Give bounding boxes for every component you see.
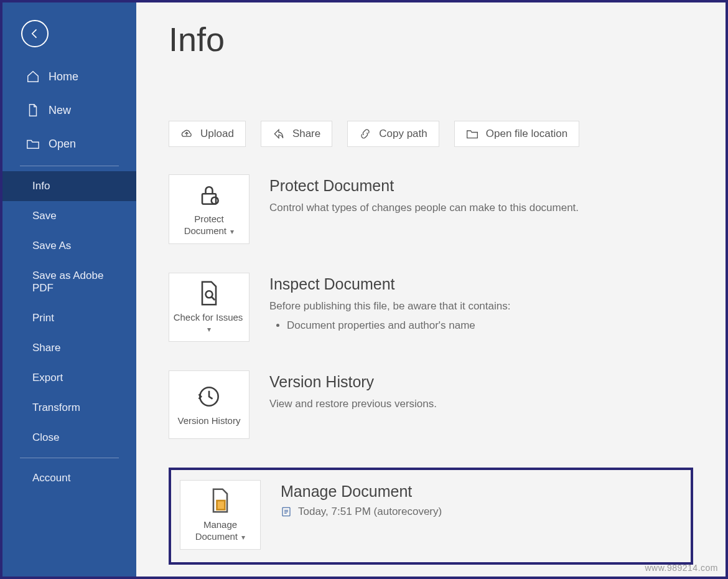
sidebar-divider: [20, 166, 119, 166]
button-label: Open file location: [486, 128, 567, 140]
sidebar-item-label: Save As: [32, 240, 71, 252]
share-icon: [273, 128, 285, 140]
inspect-icon: [195, 280, 223, 307]
protect-document-tile[interactable]: Protect Document ▾: [169, 174, 250, 244]
tile-label: Check for Issues ▾: [173, 312, 245, 336]
sidebar-item-label: Home: [49, 70, 78, 83]
sidebar-item-transform[interactable]: Transform: [2, 393, 136, 423]
check-for-issues-tile[interactable]: Check for Issues ▾: [169, 273, 250, 342]
section-version-history: Version History Version History View and…: [169, 370, 693, 439]
sidebar-item-label: Print: [32, 312, 54, 324]
home-icon: [26, 70, 40, 83]
upload-icon: [180, 128, 193, 140]
tile-label: Manage Document ▾: [184, 519, 256, 543]
watermark: www.989214.com: [645, 563, 718, 573]
section-title: Inspect Document: [269, 275, 693, 293]
button-label: Upload: [200, 128, 234, 140]
section-protect-document: Protect Document ▾ Protect Document Cont…: [169, 174, 693, 244]
sidebar-item-save-as[interactable]: Save As: [2, 231, 136, 261]
open-file-location-button[interactable]: Open file location: [454, 121, 579, 147]
section-inspect-document: Check for Issues ▾ Inspect Document Befo…: [169, 273, 693, 342]
sidebar-item-account[interactable]: Account: [2, 463, 136, 493]
section-desc: View and restore previous versions.: [269, 396, 693, 412]
tile-label: Version History: [178, 415, 241, 427]
page-title: Info: [169, 20, 693, 59]
sidebar-item-open[interactable]: Open: [2, 127, 136, 161]
sidebar-item-save-adobe-pdf[interactable]: Save as Adobe PDF: [2, 261, 136, 303]
upload-button[interactable]: Upload: [169, 121, 246, 147]
svg-rect-0: [202, 194, 216, 204]
chevron-down-icon: ▾: [228, 227, 234, 236]
share-button[interactable]: Share: [261, 121, 332, 147]
sidebar-item-label: Share: [32, 342, 60, 354]
button-label: Share: [292, 128, 320, 140]
sidebar-item-label: Close: [32, 431, 59, 444]
svg-point-1: [212, 197, 218, 204]
chevron-down-icon: ▾: [207, 325, 211, 334]
copy-path-button[interactable]: Copy path: [347, 121, 439, 147]
manage-document-highlight: Manage Document ▾ Manage Document Today,…: [169, 468, 693, 565]
inspect-bullet: Document properties and author's name: [287, 318, 693, 334]
section-title: Version History: [269, 373, 693, 391]
info-panel: Info Upload Share Copy path: [136, 2, 726, 577]
tile-label: Protect Document ▾: [173, 214, 245, 237]
button-label: Copy path: [379, 128, 427, 140]
lock-icon: [195, 181, 223, 209]
version-text: Today, 7:51 PM (autorecovery): [298, 506, 442, 518]
section-manage-document: Manage Document ▾ Manage Document Today,…: [180, 480, 682, 550]
sidebar-divider: [20, 458, 119, 458]
sidebar-item-label: Info: [32, 180, 50, 192]
backstage-sidebar: Home New Open Info Save Save As Save as …: [2, 2, 136, 577]
action-row: Upload Share Copy path Open file locatio…: [169, 121, 693, 147]
section-desc: Control what types of changes people can…: [269, 200, 693, 216]
sidebar-item-label: Save: [32, 210, 57, 222]
chevron-down-icon: ▾: [240, 533, 245, 542]
folder-open-icon: [26, 137, 40, 151]
version-history-tile[interactable]: Version History: [169, 370, 250, 439]
sidebar-item-print[interactable]: Print: [2, 303, 136, 333]
sidebar-item-label: Account: [32, 472, 70, 484]
back-button[interactable]: [21, 20, 49, 47]
section-title: Manage Document: [281, 482, 682, 501]
sidebar-item-label: Save as Adobe PDF: [32, 270, 125, 294]
sidebar-item-info[interactable]: Info: [2, 171, 136, 201]
sidebar-item-label: Open: [49, 138, 76, 151]
sidebar-item-label: Transform: [32, 402, 80, 414]
history-icon: [195, 383, 223, 410]
manage-document-icon: [207, 487, 234, 514]
sidebar-item-label: New: [49, 104, 71, 117]
sidebar-item-close[interactable]: Close: [2, 423, 136, 453]
sidebar-item-save[interactable]: Save: [2, 201, 136, 231]
autorecovery-version-link[interactable]: Today, 7:51 PM (autorecovery): [281, 506, 682, 518]
folder-icon: [466, 128, 478, 140]
section-desc: Before publishing this file, be aware th…: [269, 298, 693, 334]
sidebar-item-export[interactable]: Export: [2, 363, 136, 393]
section-title: Protect Document: [269, 177, 693, 195]
sidebar-item-label: Export: [32, 372, 63, 384]
manage-document-tile[interactable]: Manage Document ▾: [180, 480, 261, 550]
sidebar-item-new[interactable]: New: [2, 93, 136, 127]
svg-rect-4: [217, 501, 225, 510]
word-doc-icon: [281, 506, 292, 517]
link-icon: [359, 128, 371, 140]
sidebar-item-share[interactable]: Share: [2, 333, 136, 363]
document-icon: [26, 103, 40, 117]
sidebar-item-home[interactable]: Home: [2, 60, 136, 93]
